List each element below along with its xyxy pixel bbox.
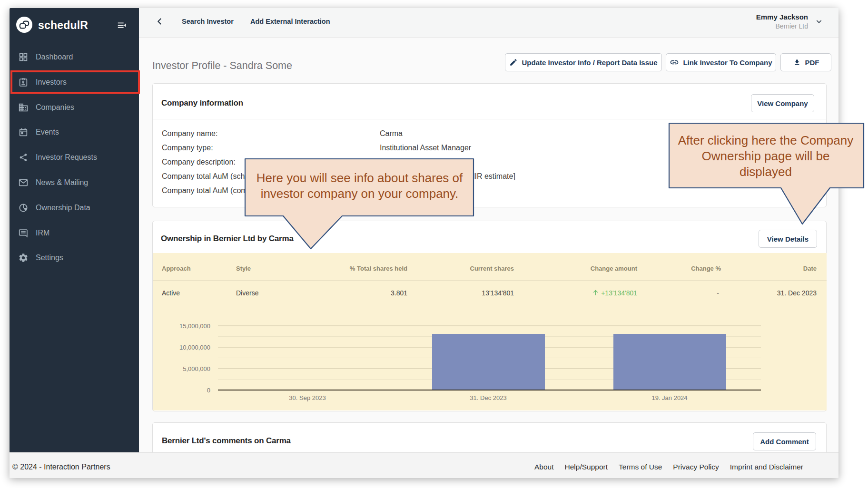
svg-text:30. Sep 2023: 30. Sep 2023 [289,394,326,401]
svg-text:5,000,000: 5,000,000 [183,365,210,372]
svg-text:0: 0 [207,387,210,394]
svg-text:19. Jan 2024: 19. Jan 2024 [651,394,687,401]
svg-text:31. Dec 2023: 31. Dec 2023 [470,394,506,401]
svg-text:15,000,000: 15,000,000 [179,322,210,330]
svg-text:10,000,000: 10,000,000 [179,344,210,351]
